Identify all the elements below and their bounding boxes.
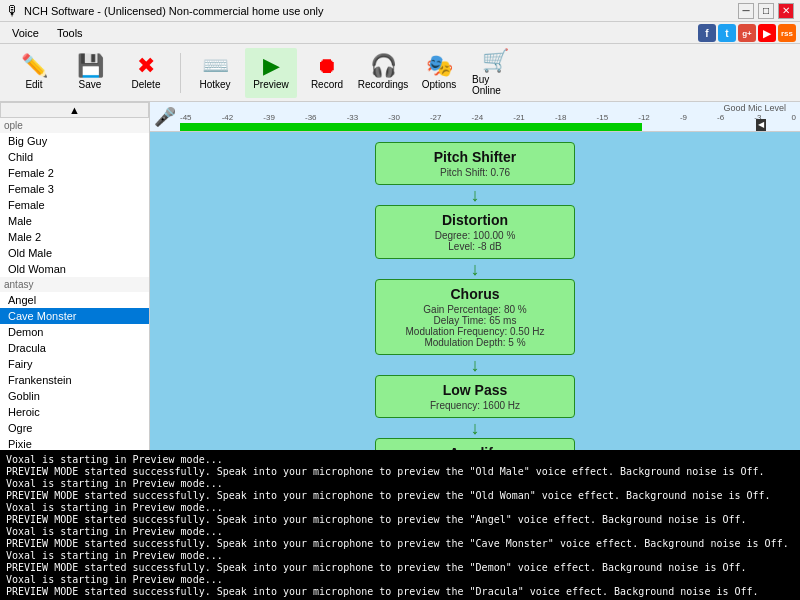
effect-chorus[interactable]: Chorus Gain Percentage: 80 % Delay Time:… — [375, 279, 575, 355]
record-button[interactable]: ⏺ Record — [301, 48, 353, 98]
app-icon: 🎙 — [6, 3, 20, 19]
options-label: Options — [422, 79, 456, 90]
log-line-8: PREVIEW MODE started successfully. Speak… — [6, 538, 794, 549]
sidebar-item-heroic[interactable]: Heroic — [0, 404, 149, 420]
sidebar-item-oldwoman[interactable]: Old Woman — [0, 261, 149, 277]
arrow-1: ↓ — [471, 185, 480, 205]
section-fantasy: antasy — [0, 277, 149, 292]
sidebar-item-female3[interactable]: Female 3 — [0, 181, 149, 197]
toolbar: ✏️ Edit 💾 Save ✖ Delete ⌨️ Hotkey ▶ Prev… — [0, 44, 800, 102]
youtube-icon[interactable]: ▶ — [758, 24, 776, 42]
arrow-4: ↓ — [471, 418, 480, 438]
effect-params-pitch: Pitch Shift: 0.76 — [392, 167, 558, 178]
sidebar-item-child[interactable]: Child — [0, 149, 149, 165]
googleplus-icon[interactable]: g+ — [738, 24, 756, 42]
log-line-11: Voxal is starting in Preview mode... — [6, 574, 794, 585]
sidebar-item-bigguy[interactable]: Big Guy — [0, 133, 149, 149]
log-line-4: PREVIEW MODE started successfully. Speak… — [6, 490, 794, 501]
effect-distortion[interactable]: Distortion Degree: 100.00 %Level: -8 dB — [375, 205, 575, 259]
edit-button[interactable]: ✏️ Edit — [8, 48, 60, 98]
edit-label: Edit — [25, 79, 42, 90]
menu-voice[interactable]: Voice — [4, 25, 47, 41]
effects-area: Pitch Shifter Pitch Shift: 0.76 ↓ Distor… — [150, 132, 800, 450]
effect-title-amplify: Amplify — [392, 445, 558, 450]
sidebar: ▲ ople Big Guy Child Female 2 Female 3 F… — [0, 102, 150, 450]
minimize-button[interactable]: ─ — [738, 3, 754, 19]
sidebar-item-female[interactable]: Female — [0, 197, 149, 213]
close-button[interactable]: ✕ — [778, 3, 794, 19]
effect-pitch-shifter[interactable]: Pitch Shifter Pitch Shift: 0.76 — [375, 142, 575, 185]
sidebar-item-angel[interactable]: Angel — [0, 292, 149, 308]
options-icon: 🎭 — [426, 55, 453, 77]
buy-icon: 🛒 — [482, 50, 509, 72]
meter-marker: ◀ — [756, 119, 766, 131]
sidebar-item-male[interactable]: Male — [0, 213, 149, 229]
right-panel: 🎤 Good Mic Level -45-42-39-36-33-30-27-2… — [150, 102, 800, 450]
main-content: ▲ ople Big Guy Child Female 2 Female 3 F… — [0, 102, 800, 450]
rss-icon[interactable]: rss — [778, 24, 796, 42]
log-line-10: PREVIEW MODE started successfully. Speak… — [6, 562, 794, 573]
record-label: Record — [311, 79, 343, 90]
log-line-12: PREVIEW MODE started successfully. Speak… — [6, 586, 794, 597]
preview-button[interactable]: ▶ Preview — [245, 48, 297, 98]
log-line-6: PREVIEW MODE started successfully. Speak… — [6, 514, 794, 525]
sidebar-item-male2[interactable]: Male 2 — [0, 229, 149, 245]
delete-button[interactable]: ✖ Delete — [120, 48, 172, 98]
sidebar-item-oldmale[interactable]: Old Male — [0, 245, 149, 261]
sidebar-item-female2[interactable]: Female 2 — [0, 165, 149, 181]
meter-scale: -45-42-39-36-33-30-27-24-21-18-15-12-9-6… — [180, 113, 796, 122]
buy-label: Buy Online — [472, 74, 518, 96]
maximize-button[interactable]: □ — [758, 3, 774, 19]
sidebar-item-cavemonster[interactable]: Cave Monster — [0, 308, 149, 324]
save-label: Save — [79, 79, 102, 90]
effect-params-distortion: Degree: 100.00 %Level: -8 dB — [392, 230, 558, 252]
hotkey-label: Hotkey — [199, 79, 230, 90]
edit-icon: ✏️ — [21, 55, 48, 77]
good-mic-label: Good Mic Level — [723, 103, 786, 113]
recordings-icon: 🎧 — [370, 55, 397, 77]
twitter-icon[interactable]: t — [718, 24, 736, 42]
sidebar-item-ogre[interactable]: Ogre — [0, 420, 149, 436]
preview-icon: ▶ — [263, 55, 280, 77]
delete-icon: ✖ — [137, 55, 155, 77]
recordings-button[interactable]: 🎧 Recordings — [357, 48, 409, 98]
titlebar-title: NCH Software - (Unlicensed) Non-commerci… — [24, 5, 324, 17]
sidebar-item-pixie[interactable]: Pixie — [0, 436, 149, 450]
effect-amplify[interactable]: Amplify Gain Percentage: 30 % — [375, 438, 575, 450]
hotkey-icon: ⌨️ — [202, 55, 229, 77]
sidebar-item-demon[interactable]: Demon — [0, 324, 149, 340]
section-people: ople — [0, 118, 149, 133]
hotkey-button[interactable]: ⌨️ Hotkey — [189, 48, 241, 98]
log-area: Voxal is starting in Preview mode... PRE… — [0, 450, 800, 600]
meter-fill — [180, 123, 642, 131]
effect-title-distortion: Distortion — [392, 212, 558, 228]
social-icons: f t g+ ▶ rss — [696, 22, 798, 44]
buy-online-button[interactable]: 🛒 Buy Online — [469, 48, 521, 98]
log-line-9: Voxal is starting in Preview mode... — [6, 550, 794, 561]
microphone-icon: 🎤 — [154, 106, 176, 128]
titlebar: 🎙 NCH Software - (Unlicensed) Non-commer… — [0, 0, 800, 22]
options-button[interactable]: 🎭 Options — [413, 48, 465, 98]
effect-title-pitch: Pitch Shifter — [392, 149, 558, 165]
log-line-1: Voxal is starting in Preview mode... — [6, 454, 794, 465]
menubar: Voice Tools f t g+ ▶ rss — [0, 22, 800, 44]
meter-bar: 🎤 Good Mic Level -45-42-39-36-33-30-27-2… — [150, 102, 800, 132]
save-button[interactable]: 💾 Save — [64, 48, 116, 98]
effect-params-lowpass: Frequency: 1600 Hz — [392, 400, 558, 411]
facebook-icon[interactable]: f — [698, 24, 716, 42]
scroll-up-button[interactable]: ▲ — [0, 102, 149, 118]
save-icon: 💾 — [77, 55, 104, 77]
delete-label: Delete — [132, 79, 161, 90]
sidebar-item-goblin[interactable]: Goblin — [0, 388, 149, 404]
menu-tools[interactable]: Tools — [49, 25, 91, 41]
effect-params-chorus: Gain Percentage: 80 % Delay Time: 65 ms … — [392, 304, 558, 348]
record-icon: ⏺ — [316, 55, 338, 77]
log-line-3: Voxal is starting in Preview mode... — [6, 478, 794, 489]
sidebar-item-frankenstein[interactable]: Frankenstein — [0, 372, 149, 388]
sidebar-item-dracula[interactable]: Dracula — [0, 340, 149, 356]
effect-lowpass[interactable]: Low Pass Frequency: 1600 Hz — [375, 375, 575, 418]
recordings-label: Recordings — [358, 79, 409, 90]
effect-title-chorus: Chorus — [392, 286, 558, 302]
sidebar-item-fairy[interactable]: Fairy — [0, 356, 149, 372]
titlebar-left: 🎙 NCH Software - (Unlicensed) Non-commer… — [6, 3, 324, 19]
